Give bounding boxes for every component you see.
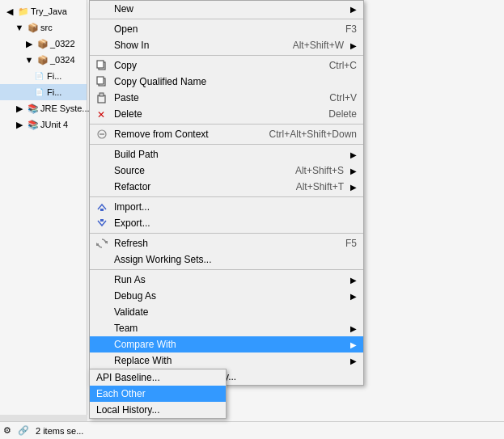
project-tree: ◀ 📁 Try_Java ▼ 📦 src ▶ 📦 _0322 ▼ 📦 _0324…	[0, 0, 87, 439]
submenu-item-api-baseline[interactable]: API Baseline...	[90, 369, 226, 386]
submenu-label-api-baseline: API Baseline...	[96, 372, 219, 383]
submenu-item-each-other[interactable]: Each Other	[90, 386, 226, 402]
menu-item-new[interactable]: New ▶	[90, 1, 363, 17]
tree-item-file2[interactable]: 📄 Fi...	[0, 84, 87, 100]
menu-item-build-path[interactable]: Build Path ▶	[90, 146, 363, 163]
submenu-item-local-history[interactable]: Local History...	[90, 402, 226, 418]
svg-rect-9	[100, 209, 104, 211]
menu-shortcut-refactor: Alt+Shift+T	[296, 181, 344, 192]
menu-label-export: Export...	[114, 217, 357, 229]
menu-sep-3	[90, 124, 363, 125]
status-items-count: 2 items se...	[36, 426, 83, 436]
tree-label-jre: JRE Syste...	[40, 103, 90, 113]
menu-item-replace-with[interactable]: Replace With ▶	[90, 352, 363, 369]
menu-label-team: Team	[114, 323, 344, 334]
menu-shortcut-refresh: F5	[345, 238, 357, 249]
export-icon	[95, 216, 109, 230]
expand-icon-junit: ▶	[13, 118, 26, 131]
refresh-icon	[95, 236, 109, 251]
menu-label-refresh: Refresh	[114, 238, 329, 249]
context-menu: New ▶ Open F3 Show In Alt+Shift+W ▶ Copy…	[89, 0, 364, 386]
menu-item-debug-as[interactable]: Debug As ▶	[90, 288, 363, 304]
menu-label-show-in: Show In	[114, 40, 277, 51]
menu-label-compare-with: Compare With	[114, 339, 344, 350]
tree-label-src: src	[40, 23, 53, 32]
menu-shortcut-show-in: Alt+Shift+W	[293, 40, 344, 51]
menu-item-assign-working-sets[interactable]: Assign Working Sets...	[90, 251, 363, 268]
tree-item-src[interactable]: ▼ 📦 src	[0, 19, 87, 36]
menu-item-show-in[interactable]: Show In Alt+Shift+W ▶	[90, 37, 363, 53]
menu-item-import[interactable]: Import...	[90, 199, 363, 215]
menu-item-source[interactable]: Source Alt+Shift+S ▶	[90, 163, 363, 179]
menu-item-refresh[interactable]: Refresh F5	[90, 235, 363, 251]
menu-label-replace-with: Replace With	[114, 355, 344, 366]
menu-item-paste[interactable]: Paste Ctrl+V	[90, 90, 363, 106]
menu-item-open[interactable]: Open F3	[90, 21, 363, 37]
menu-label-paste: Paste	[114, 92, 313, 103]
svg-rect-10	[100, 219, 104, 222]
menu-label-copy-qualified: Copy Qualified Name	[114, 76, 357, 87]
menu-arrow-source: ▶	[350, 167, 357, 175]
menu-label-open: Open	[114, 23, 329, 35]
menu-item-team[interactable]: Team ▶	[90, 320, 363, 336]
folder-icon: 📁	[18, 6, 29, 17]
collapse-icon: ◀	[3, 5, 16, 18]
file-icon-2: 📄	[32, 86, 45, 99]
package-icon-0322: 📦	[37, 39, 49, 49]
svg-rect-3	[97, 77, 104, 84]
menu-label-copy: Copy	[114, 60, 313, 71]
submenu-label-local-history: Local History...	[96, 404, 219, 416]
tree-item-try-java[interactable]: ◀ 📁 Try_Java	[0, 3, 87, 19]
menu-sep-1	[90, 19, 363, 19]
menu-item-refactor[interactable]: Refactor Alt+Shift+T ▶	[90, 179, 363, 195]
svg-text:✕: ✕	[97, 109, 105, 120]
menu-arrow-debug-as: ▶	[350, 292, 357, 301]
menu-item-run-as[interactable]: Run As ▶	[90, 272, 363, 288]
paste-icon	[95, 91, 109, 105]
menu-label-run-as: Run As	[114, 274, 344, 285]
menu-sep-4	[90, 144, 363, 145]
status-icon-2: 🔗	[18, 425, 29, 436]
tree-label-0322: _0322	[50, 39, 75, 49]
menu-arrow-build-path: ▶	[350, 150, 357, 159]
menu-label-remove-context: Remove from Context	[114, 129, 253, 140]
copy-qualified-icon	[95, 74, 109, 89]
tree-item-0324[interactable]: ▼ 📦 _0324	[0, 52, 87, 68]
tree-item-0322[interactable]: ▶ 📦 _0322	[0, 36, 87, 52]
menu-arrow-replace-with: ▶	[350, 357, 357, 365]
menu-item-delete[interactable]: ✕ Delete Delete	[90, 106, 363, 122]
svg-rect-1	[97, 61, 104, 68]
menu-item-copy-qualified[interactable]: Copy Qualified Name	[90, 74, 363, 90]
menu-item-validate[interactable]: Validate	[90, 304, 363, 320]
tree-item-jre[interactable]: ▶ 📚 JRE Syste...	[0, 100, 87, 116]
menu-item-copy[interactable]: Copy Ctrl+C	[90, 57, 363, 74]
menu-sep-6	[90, 233, 363, 234]
tree-scrollbar[interactable]	[0, 415, 87, 421]
tree-item-junit[interactable]: ▶ 📚 JUnit 4	[0, 116, 87, 133]
tree-item-file1[interactable]: 📄 Fi...	[0, 68, 87, 84]
menu-label-refactor: Refactor	[114, 181, 280, 192]
submenu-label-each-other: Each Other	[96, 388, 219, 399]
menu-arrow-new: ▶	[350, 5, 357, 14]
menu-label-delete: Delete	[114, 108, 312, 120]
menu-arrow-show-in: ▶	[350, 41, 357, 50]
menu-label-build-path: Build Path	[114, 149, 344, 160]
menu-item-export[interactable]: Export...	[90, 215, 363, 231]
menu-arrow-run-as: ▶	[350, 276, 357, 285]
menu-item-remove-context[interactable]: Remove from Context Ctrl+Alt+Shift+Down	[90, 126, 363, 142]
library-icon-jre: 📚	[28, 103, 39, 114]
menu-shortcut-copy: Ctrl+C	[329, 60, 357, 71]
menu-arrow-refactor: ▶	[350, 183, 357, 192]
library-icon-junit: 📚	[28, 120, 39, 130]
compare-with-submenu: API Baseline... Each Other Local History…	[89, 369, 227, 419]
menu-sep-2	[90, 55, 363, 56]
status-icon-1: ⚙	[3, 425, 11, 436]
menu-item-compare-with[interactable]: Compare With ▶	[90, 336, 363, 352]
svg-rect-5	[100, 93, 104, 96]
remove-context-icon	[95, 127, 109, 141]
import-icon	[95, 200, 109, 214]
expand-icon: ▼	[13, 21, 26, 34]
file-icon-1: 📄	[32, 70, 45, 82]
menu-label-import: Import...	[114, 201, 357, 213]
tree-label-0324: _0324	[50, 55, 75, 65]
